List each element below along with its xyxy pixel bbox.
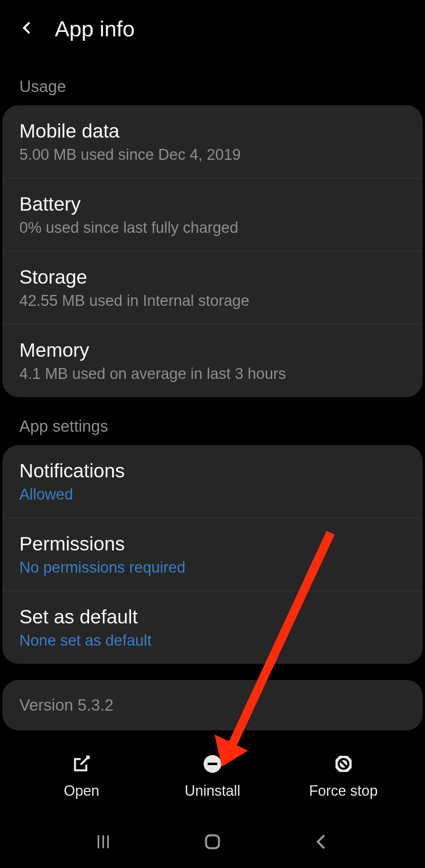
action-label: Force stop (309, 782, 378, 799)
home-icon[interactable] (200, 830, 225, 854)
open-icon (70, 753, 93, 775)
svg-rect-8 (206, 835, 219, 848)
item-subtitle: 42.55 MB used in Internal storage (19, 292, 406, 310)
item-subtitle: No permissions required (19, 559, 406, 576)
item-title: Battery (19, 193, 406, 215)
uninstall-icon (201, 753, 224, 775)
item-subtitle: 0% used since last fully charged (19, 219, 406, 236)
mobile-data-item[interactable]: Mobile data 5.00 MB used since Dec 4, 20… (2, 105, 423, 178)
action-label: Open (64, 782, 99, 799)
item-title: Storage (19, 266, 406, 288)
uninstall-button[interactable]: Uninstall (156, 753, 269, 799)
page-title: App info (55, 16, 135, 41)
memory-item[interactable]: Memory 4.1 MB used on average in last 3 … (2, 324, 423, 397)
navigation-bar (0, 816, 425, 868)
app-settings-card: Notifications Allowed Permissions No per… (2, 445, 423, 664)
item-title: Permissions (19, 533, 406, 555)
action-label: Uninstall (185, 782, 240, 799)
svg-rect-1 (208, 763, 217, 765)
version-card: Version 5.3.2 (2, 680, 423, 730)
section-label-usage: Usage (0, 57, 425, 105)
recents-icon[interactable] (91, 830, 115, 854)
back-icon[interactable] (19, 20, 35, 38)
storage-item[interactable]: Storage 42.55 MB used in Internal storag… (2, 251, 423, 324)
battery-item[interactable]: Battery 0% used since last fully charged (2, 178, 423, 251)
item-subtitle: Allowed (19, 486, 406, 503)
force-stop-button[interactable]: Force stop (287, 753, 400, 799)
item-title: Set as default (19, 606, 406, 628)
item-subtitle: 4.1 MB used on average in last 3 hours (19, 365, 406, 383)
set-as-default-item[interactable]: Set as default None set as default (2, 591, 423, 664)
item-title: Notifications (19, 460, 406, 482)
section-label-app-settings: App settings (0, 397, 425, 445)
item-subtitle: None set as default (19, 632, 406, 649)
permissions-item[interactable]: Permissions No permissions required (2, 518, 423, 591)
nav-back-icon[interactable] (310, 830, 334, 854)
usage-card: Mobile data 5.00 MB used since Dec 4, 20… (2, 105, 423, 397)
notifications-item[interactable]: Notifications Allowed (2, 445, 423, 518)
item-subtitle: 5.00 MB used since Dec 4, 2019 (19, 146, 406, 163)
item-title: Mobile data (19, 120, 406, 142)
open-button[interactable]: Open (25, 753, 138, 799)
bottom-actions-bar: Open Uninstall Force stop (0, 753, 425, 799)
version-text: Version 5.3.2 (19, 696, 406, 714)
item-title: Memory (19, 339, 406, 361)
force-stop-icon (332, 753, 355, 775)
